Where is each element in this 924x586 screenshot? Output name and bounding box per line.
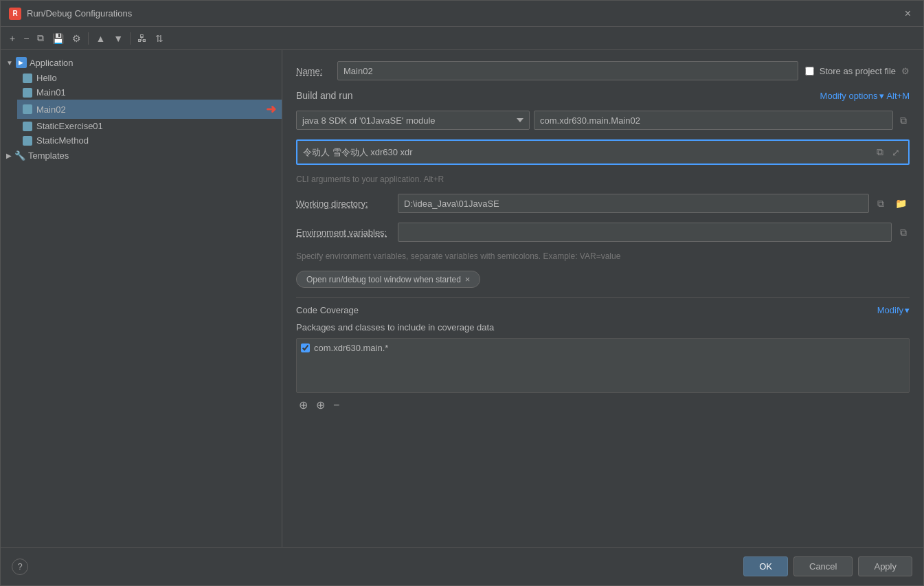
store-project-label: Store as project file (820, 66, 896, 76)
main-content: ▼ ▶ Application Hello Main01 Main02 ➜ (1, 50, 923, 547)
name-label: Name: (296, 66, 330, 76)
working-dir-copy-button[interactable]: ⧉ (875, 196, 887, 211)
coverage-modify-button[interactable]: Modify ▾ (877, 305, 910, 315)
working-dir-row: Working directory: ⧉ 📁 (296, 194, 910, 213)
move-down-button[interactable]: ▼ (110, 31, 126, 46)
modify-options-button[interactable]: Modify options ▾ Alt+M (820, 91, 910, 101)
store-project-checkbox[interactable] (805, 67, 814, 76)
sidebar-item-main02[interactable]: Main02 ➜ (17, 100, 282, 119)
build-run-row: java 8 SDK of '01JavaSE' module ⧉ (296, 111, 910, 130)
sdk-select-wrapper: java 8 SDK of '01JavaSE' module (296, 111, 530, 130)
sidebar: ▼ ▶ Application Hello Main01 Main02 ➜ (1, 50, 282, 547)
close-button[interactable]: × (901, 6, 915, 21)
sidebar-item-main01[interactable]: Main01 (17, 85, 282, 100)
cli-copy-button[interactable]: ⧉ (874, 145, 886, 159)
sidebar-item-label: StaticMethod (36, 135, 89, 146)
move-up-button[interactable]: ▲ (92, 31, 109, 46)
app-logo-icon: R (9, 8, 21, 20)
wrench-icon: 🔧 (14, 150, 25, 161)
chevron-right-icon: ▶ (6, 152, 12, 159)
name-field-area: Name: (296, 61, 798, 80)
remove-config-button[interactable]: − (20, 31, 32, 46)
coverage-add-class-button[interactable]: ⊕ (313, 397, 328, 413)
modify-shortcut-label: Alt+M (886, 91, 910, 101)
coverage-title: Code Coverage (296, 305, 359, 315)
sidebar-item-static-method[interactable]: StaticMethod (17, 133, 282, 148)
sidebar-item-hello[interactable]: Hello (17, 71, 282, 85)
sidebar-item-static-exercise[interactable]: StaticExercise01 (17, 119, 282, 133)
cancel-button[interactable]: Cancel (793, 556, 853, 576)
templates-label: Templates (28, 150, 69, 161)
chevron-down-icon: ▾ (879, 91, 884, 101)
add-config-button[interactable]: + (6, 31, 19, 46)
gear-icon[interactable]: ⚙ (901, 66, 910, 76)
coverage-add-package-button[interactable]: ⊕ (296, 397, 311, 413)
env-vars-input[interactable] (398, 223, 892, 242)
config-icon (23, 88, 32, 98)
remove-tag-icon[interactable]: × (465, 274, 471, 284)
copy-main-class-button[interactable]: ⧉ (897, 113, 910, 128)
share-button[interactable]: 🖧 (134, 31, 150, 46)
sidebar-application-header[interactable]: ▼ ▶ Application (1, 54, 282, 71)
coverage-item-checkbox[interactable] (301, 343, 310, 352)
config-icon (23, 136, 32, 146)
settings-button[interactable]: ⚙ (69, 31, 84, 46)
coverage-section: Code Coverage Modify ▾ Packages and clas… (296, 297, 910, 413)
sort-button[interactable]: ⇅ (152, 31, 167, 46)
open-tool-window-button[interactable]: Open run/debug tool window when started … (296, 271, 480, 288)
sidebar-item-label: Main01 (36, 87, 66, 98)
sidebar-items: Hello Main01 Main02 ➜ StaticExercise01 (1, 71, 282, 148)
config-icon (23, 122, 32, 131)
title-bar: R Run/Debug Configurations × (1, 1, 923, 27)
env-hint: Specify environment variables, separate … (296, 251, 910, 261)
cli-args-box[interactable]: 令动人 雪令动人 xdr630 xdr ⧉ ⤢ (296, 139, 910, 165)
coverage-chevron-icon: ▾ (905, 305, 910, 315)
coverage-item-label: com.xdr630.main.* (314, 343, 388, 353)
application-label: Application (30, 58, 74, 68)
main-class-input[interactable] (534, 111, 893, 130)
sdk-select[interactable]: java 8 SDK of '01JavaSE' module (296, 111, 530, 130)
coverage-desc: Packages and classes to include in cover… (296, 322, 910, 333)
toolbar-separator (88, 32, 89, 45)
store-project-area: Store as project file ⚙ (805, 66, 910, 76)
working-dir-label: Working directory: (296, 199, 392, 209)
cli-expand-button[interactable]: ⤢ (889, 145, 903, 159)
name-input[interactable] (337, 61, 798, 80)
coverage-modify-label: Modify (877, 305, 903, 315)
chevron-down-icon: ▼ (6, 59, 13, 67)
save-config-button[interactable]: 💾 (49, 31, 67, 46)
toolbar: + − ⧉ 💾 ⚙ ▲ ▼ 🖧 ⇅ (1, 27, 923, 50)
name-row: Name: Store as project file ⚙ (296, 61, 910, 80)
copy-config-button[interactable]: ⧉ (34, 30, 47, 46)
env-vars-copy-button[interactable]: ⧉ (897, 225, 910, 240)
env-vars-row: Environment variables: ⧉ (296, 223, 910, 242)
cli-args-text: 令动人 雪令动人 xdr630 xdr (303, 146, 874, 159)
apply-button[interactable]: Apply (858, 556, 912, 576)
working-dir-browse-button[interactable]: 📁 (892, 196, 910, 210)
config-icon (23, 104, 32, 114)
right-panel: Name: Store as project file ⚙ Build and … (282, 50, 923, 547)
env-vars-label: Environment variables: (296, 227, 392, 238)
ok-button[interactable]: OK (743, 556, 788, 576)
sidebar-item-label: Hello (36, 73, 57, 83)
build-run-header: Build and run Modify options ▾ Alt+M (296, 90, 910, 101)
coverage-header: Code Coverage Modify ▾ (296, 305, 910, 315)
working-dir-input[interactable] (398, 194, 869, 213)
sidebar-item-label: Main02 (36, 104, 66, 115)
open-tool-window-area: Open run/debug tool window when started … (296, 271, 910, 288)
red-arrow-indicator: ➜ (266, 102, 276, 117)
footer: ? OK Cancel Apply (1, 547, 923, 585)
coverage-remove-button[interactable]: − (330, 398, 342, 413)
coverage-item: com.xdr630.main.* (301, 343, 905, 353)
dialog-title: Run/Debug Configurations (27, 8, 132, 19)
application-icon: ▶ (16, 57, 27, 68)
coverage-list: com.xdr630.main.* (296, 338, 910, 393)
toolbar-separator-2 (130, 32, 131, 45)
help-button[interactable]: ? (12, 559, 28, 575)
open-tool-window-label: Open run/debug tool window when started (306, 275, 461, 284)
footer-left: ? (12, 559, 28, 575)
sidebar-templates-header[interactable]: ▶ 🔧 Templates (1, 148, 282, 164)
sidebar-item-label: StaticExercise01 (36, 121, 103, 131)
cli-args-icons: ⧉ ⤢ (874, 145, 903, 159)
coverage-toolbar: ⊕ ⊕ − (296, 397, 910, 413)
